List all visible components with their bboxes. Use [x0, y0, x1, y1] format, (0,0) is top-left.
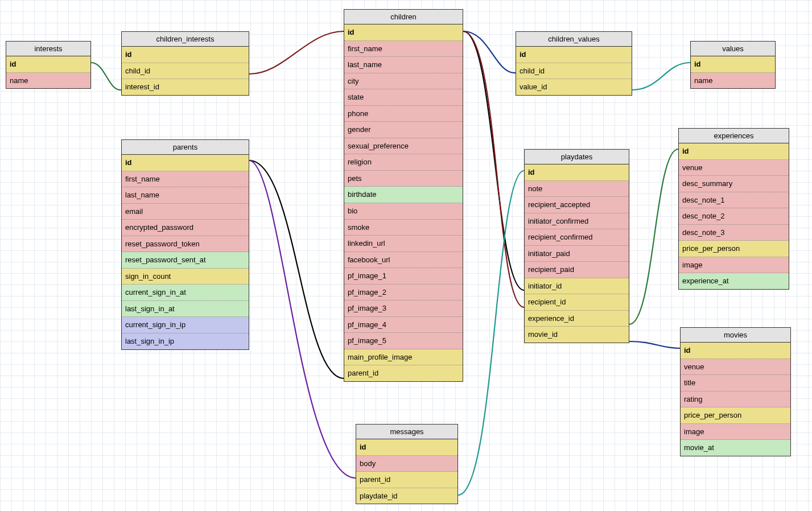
column-recipient_confirmed: recipient_confirmed: [525, 229, 629, 246]
column-playdate_id: playdate_id: [356, 488, 457, 504]
column-bio: bio: [344, 203, 463, 220]
column-smoke: smoke: [344, 220, 463, 236]
column-child_id: child_id: [122, 63, 249, 80]
table-children[interactable]: childrenidfirst_namelast_namecitystateph…: [344, 9, 463, 382]
column-image: image: [681, 424, 790, 440]
column-name: name: [6, 73, 90, 89]
column-experience_id: experience_id: [525, 311, 629, 327]
column-recipient_id: recipient_id: [525, 294, 629, 311]
column-id: id: [525, 164, 629, 181]
table-movies[interactable]: moviesidvenuetitleratingprice_per_person…: [680, 327, 791, 456]
table-parents[interactable]: parentsidfirst_namelast_nameemailencrypt…: [121, 139, 249, 350]
column-pf_image_1: pf_image_1: [344, 268, 463, 285]
table-title: experiences: [679, 129, 789, 143]
column-pets: pets: [344, 171, 463, 187]
column-title: title: [681, 375, 790, 392]
table-title: children_values: [516, 32, 632, 47]
column-parent_id: parent_id: [356, 472, 457, 488]
column-rating: rating: [681, 392, 790, 408]
column-current_sign_in_ip: current_sign_in_ip: [122, 317, 249, 333]
column-pf_image_5: pf_image_5: [344, 333, 463, 349]
column-gender: gender: [344, 122, 463, 138]
column-reset_password_sent_at: reset_password_sent_at: [122, 252, 249, 269]
column-phone: phone: [344, 106, 463, 122]
column-main_profile_image: main_profile_image: [344, 349, 463, 366]
column-current_sign_in_at: current_sign_in_at: [122, 285, 249, 301]
column-facebook_url: facebook_url: [344, 252, 463, 269]
column-reset_password_token: reset_password_token: [122, 236, 249, 253]
column-id: id: [122, 155, 249, 171]
column-id: id: [679, 143, 789, 160]
table-title: children: [344, 10, 463, 24]
column-pf_image_4: pf_image_4: [344, 317, 463, 333]
column-pf_image_2: pf_image_2: [344, 285, 463, 301]
column-id: id: [691, 56, 775, 73]
table-children_interests[interactable]: children_interestsidchild_idinterest_id: [121, 31, 249, 96]
column-desc_note_3: desc_note_3: [679, 225, 789, 241]
column-last_sign_in_at: last_sign_in_at: [122, 301, 249, 318]
column-pf_image_3: pf_image_3: [344, 300, 463, 317]
column-desc_note_2: desc_note_2: [679, 208, 789, 225]
table-title: messages: [356, 425, 457, 439]
column-initiator_id: initiator_id: [525, 278, 629, 295]
table-title: parents: [122, 140, 249, 155]
column-email: email: [122, 204, 249, 220]
column-price_per_person: price_per_person: [679, 241, 789, 257]
column-movie_id: movie_id: [525, 327, 629, 343]
column-recipient_accepted: recipient_accepted: [525, 197, 629, 213]
column-price_per_person: price_per_person: [681, 407, 790, 424]
column-last_name: last_name: [122, 187, 249, 204]
column-religion: religion: [344, 154, 463, 171]
column-first_name: first_name: [344, 41, 463, 57]
column-linkedin_url: linkedin_url: [344, 236, 463, 252]
column-child_id: child_id: [516, 63, 632, 80]
table-values[interactable]: valuesidname: [690, 41, 776, 89]
column-recipient_paid: recipient_paid: [525, 262, 629, 278]
column-sexual_preference: sexual_preference: [344, 138, 463, 155]
table-title: movies: [681, 328, 790, 343]
column-value_id: value_id: [516, 79, 632, 95]
column-id: id: [344, 24, 463, 41]
column-movie_at: movie_at: [681, 440, 790, 456]
table-messages[interactable]: messagesidbodyparent_idplaydate_id: [356, 424, 458, 504]
table-title: interests: [6, 42, 90, 56]
column-name: name: [691, 73, 775, 89]
column-state: state: [344, 89, 463, 106]
column-venue: venue: [679, 160, 789, 176]
column-last_sign_in_ip: last_sign_in_ip: [122, 333, 249, 349]
table-title: values: [691, 42, 775, 56]
column-interest_id: interest_id: [122, 79, 249, 95]
column-body: body: [356, 456, 457, 472]
column-venue: venue: [681, 359, 790, 376]
column-city: city: [344, 73, 463, 90]
column-sign_in_count: sign_in_count: [122, 269, 249, 285]
column-id: id: [6, 56, 90, 73]
column-id: id: [516, 47, 632, 63]
column-experience_at: experience_at: [679, 273, 789, 289]
table-playdates[interactable]: playdatesidnoterecipient_acceptedinitiat…: [524, 149, 629, 343]
column-note: note: [525, 181, 629, 197]
column-id: id: [356, 439, 457, 456]
table-experiences[interactable]: experiencesidvenuedesc_summarydesc_note_…: [678, 128, 789, 290]
column-last_name: last_name: [344, 57, 463, 73]
column-id: id: [122, 47, 249, 63]
column-image: image: [679, 257, 789, 274]
column-desc_note_1: desc_note_1: [679, 192, 789, 209]
table-children_values[interactable]: children_valuesidchild_idvalue_id: [516, 31, 632, 96]
column-desc_summary: desc_summary: [679, 176, 789, 192]
column-birthdate: birthdate: [344, 187, 463, 203]
table-interests[interactable]: interestsidname: [6, 41, 91, 89]
table-title: playdates: [525, 150, 629, 164]
column-parent_id: parent_id: [344, 365, 463, 381]
table-title: children_interests: [122, 32, 249, 47]
column-encrypted_password: encrypted_password: [122, 220, 249, 236]
column-initiator_paid: initiator_paid: [525, 246, 629, 262]
column-initiator_confirmed: initiator_confirmed: [525, 213, 629, 230]
column-id: id: [681, 343, 790, 359]
column-first_name: first_name: [122, 171, 249, 188]
